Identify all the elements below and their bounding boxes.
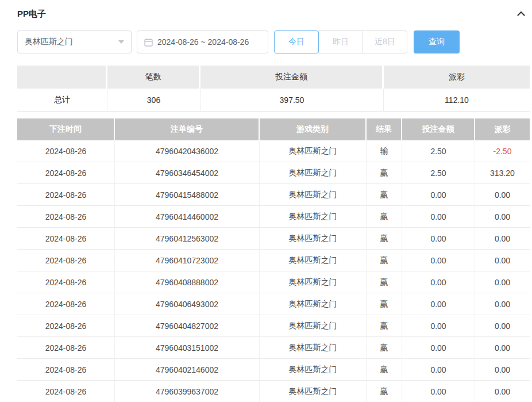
result-cell: 赢 [367, 184, 402, 206]
game-select[interactable]: 奥林匹斯之门 [17, 30, 132, 53]
panel-header: PP电子 [17, 7, 526, 21]
order-number-cell: 47960412563002 [115, 228, 260, 250]
summary-table: 笔数 投注金额 派彩 总计 306 397.50 112.10 [17, 66, 530, 112]
result-cell: 赢 [367, 250, 402, 271]
payout-cell: 0.00 [475, 337, 530, 359]
order-number-cell: 47960410723002 [115, 250, 260, 271]
game-type-cell: 奥林匹斯之门 [260, 381, 367, 402]
bet-time-cell: 2024-08-26 [17, 271, 115, 293]
summary-header-count: 笔数 [107, 66, 201, 89]
bet-amount-cell: 0.00 [402, 271, 475, 293]
bet-amount-cell: 0.00 [402, 359, 475, 381]
summary-total-label: 总计 [17, 89, 107, 112]
result-cell: 赢 [367, 359, 402, 381]
game-type-cell: 奥林匹斯之门 [260, 140, 367, 162]
quick-date-button-today[interactable]: 今日 [274, 30, 319, 53]
payout-cell: -2.50 [475, 140, 530, 162]
bet-amount-cell: 0.00 [402, 184, 475, 206]
game-type-cell: 奥林匹斯之门 [260, 228, 367, 250]
summary-payout-value: 112.10 [384, 89, 530, 112]
game-type-cell: 奥林匹斯之门 [260, 293, 367, 315]
order-number-cell: 47960346454002 [115, 162, 260, 184]
payout-cell: 0.00 [475, 206, 530, 228]
table-row: 2024-08-2647960404827002奥林匹斯之门赢0.000.00 [17, 315, 530, 337]
bet-time-cell: 2024-08-26 [17, 250, 115, 271]
payout-cell: 0.00 [475, 271, 530, 293]
panel-title: PP电子 [17, 9, 46, 20]
bet-records-table: 下注时间 注单编号 游戏类别 结果 投注金额 派彩 2024-08-264796… [17, 118, 530, 402]
result-cell: 赢 [367, 381, 402, 402]
result-cell: 赢 [367, 271, 402, 293]
pp-electronic-panel: PP电子 奥林匹斯之门 2024-08-26 ~ 2024-08-26 今日昨日… [0, 0, 530, 402]
bet-time-cell: 2024-08-26 [17, 315, 115, 337]
table-row: 2024-08-2647960410723002奥林匹斯之门赢0.000.00 [17, 250, 530, 271]
payout-cell: 0.00 [475, 381, 530, 402]
filter-bar: 奥林匹斯之门 2024-08-26 ~ 2024-08-26 今日昨日近8日 查… [17, 30, 530, 53]
search-button[interactable]: 查询 [414, 30, 460, 53]
bet-amount-cell: 0.00 [402, 206, 475, 228]
quick-date-button-last8days[interactable]: 近8日 [363, 30, 407, 53]
summary-header-row: 笔数 投注金额 派彩 [17, 66, 530, 89]
game-type-cell: 奥林匹斯之门 [260, 162, 367, 184]
result-cell: 赢 [367, 315, 402, 337]
summary-count-value: 306 [107, 89, 201, 112]
game-type-cell: 奥林匹斯之门 [260, 250, 367, 271]
order-number-cell: 47960414460002 [115, 206, 260, 228]
bet-amount-cell: 0.00 [402, 250, 475, 271]
header-result: 结果 [367, 118, 402, 140]
table-row: 2024-08-2647960399637002奥林匹斯之门赢0.000.00 [17, 381, 530, 402]
bet-amount-cell: 2.50 [402, 140, 475, 162]
summary-header-empty [17, 66, 107, 89]
payout-cell: 0.00 [475, 184, 530, 206]
header-game-type: 游戏类别 [260, 118, 367, 140]
payout-cell: 0.00 [475, 250, 530, 271]
bet-time-cell: 2024-08-26 [17, 228, 115, 250]
bet-amount-cell: 2.50 [402, 162, 475, 184]
result-cell: 输 [367, 140, 402, 162]
bet-time-cell: 2024-08-26 [17, 162, 115, 184]
header-bet-time: 下注时间 [17, 118, 115, 140]
bet-table-header-row: 下注时间 注单编号 游戏类别 结果 投注金额 派彩 [17, 118, 530, 140]
bet-amount-cell: 0.00 [402, 337, 475, 359]
quick-date-button-yesterday[interactable]: 昨日 [318, 30, 363, 53]
date-range-input[interactable]: 2024-08-26 ~ 2024-08-26 [137, 30, 268, 53]
bet-time-cell: 2024-08-26 [17, 293, 115, 315]
bet-time-cell: 2024-08-26 [17, 140, 115, 162]
summary-header-bet-amount: 投注金额 [201, 66, 384, 89]
game-select-value: 奥林匹斯之门 [25, 37, 73, 47]
header-order-number: 注单编号 [115, 118, 260, 140]
game-type-cell: 奥林匹斯之门 [260, 315, 367, 337]
game-type-cell: 奥林匹斯之门 [260, 271, 367, 293]
calendar-icon [144, 38, 153, 47]
result-cell: 赢 [367, 206, 402, 228]
payout-cell: 313.20 [475, 162, 530, 184]
date-range-value: 2024-08-26 ~ 2024-08-26 [157, 37, 249, 47]
collapse-button[interactable] [516, 9, 526, 19]
game-type-cell: 奥林匹斯之门 [260, 184, 367, 206]
order-number-cell: 47960420436002 [115, 140, 260, 162]
table-row: 2024-08-2647960403151002奥林匹斯之门赢0.000.00 [17, 337, 530, 359]
order-number-cell: 47960404827002 [115, 315, 260, 337]
result-cell: 赢 [367, 228, 402, 250]
game-type-cell: 奥林匹斯之门 [260, 206, 367, 228]
summary-header-payout: 派彩 [384, 66, 530, 89]
bet-time-cell: 2024-08-26 [17, 184, 115, 206]
chevron-down-icon [118, 40, 124, 44]
summary-total-row: 总计 306 397.50 112.10 [17, 89, 530, 112]
table-row: 2024-08-2647960412563002奥林匹斯之门赢0.000.00 [17, 228, 530, 250]
bet-amount-cell: 0.00 [402, 381, 475, 402]
bet-time-cell: 2024-08-26 [17, 359, 115, 381]
order-number-cell: 47960406493002 [115, 293, 260, 315]
bet-amount-cell: 0.00 [402, 315, 475, 337]
table-row: 2024-08-2647960406493002奥林匹斯之门赢0.000.00 [17, 293, 530, 315]
result-cell: 赢 [367, 337, 402, 359]
table-row: 2024-08-2647960414460002奥林匹斯之门赢0.000.00 [17, 206, 530, 228]
table-row: 2024-08-2647960402146002奥林匹斯之门赢0.000.00 [17, 359, 530, 381]
order-number-cell: 47960408888002 [115, 271, 260, 293]
bet-table-body: 2024-08-2647960420436002奥林匹斯之门输2.50-2.50… [17, 140, 530, 402]
header-bet-amount: 投注金额 [402, 118, 475, 140]
table-row: 2024-08-2647960408888002奥林匹斯之门赢0.000.00 [17, 271, 530, 293]
result-cell: 赢 [367, 162, 402, 184]
bet-amount-cell: 0.00 [402, 293, 475, 315]
table-row: 2024-08-2647960415488002奥林匹斯之门赢0.000.00 [17, 184, 530, 206]
